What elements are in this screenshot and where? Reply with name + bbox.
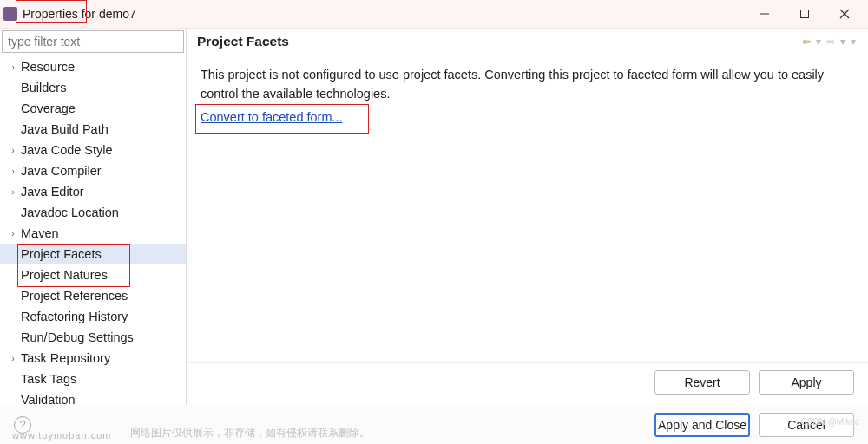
back-menu-icon[interactable]: ▾ [814, 36, 823, 48]
tree-item-label: Coverage [21, 101, 76, 115]
chevron-right-icon: › [7, 62, 19, 72]
window-controls [745, 0, 865, 28]
tree-item[interactable]: ›Maven [0, 223, 186, 244]
panel-buttons: Revert Apply [187, 362, 868, 405]
chevron-right-icon: › [7, 186, 19, 197]
tree-item[interactable]: ›Resource [0, 56, 186, 77]
apply-close-button[interactable]: Apply and Close [654, 413, 750, 437]
tree-item-label: Java Editor [21, 185, 84, 199]
tree-item-label: Project Natures [21, 268, 108, 282]
tree-item[interactable]: ›Java Build Path [0, 119, 186, 140]
page-title: Project Facets [197, 34, 289, 49]
tree-item-label: Project Facets [21, 247, 102, 261]
chevron-right-icon: › [7, 353, 19, 363]
tree-item-label: Java Compiler [21, 164, 102, 178]
close-button[interactable] [825, 0, 865, 28]
tree-item-label: Task Tags [21, 372, 76, 386]
sidebar: ›Resource›Builders›Coverage›Java Build P… [0, 29, 187, 405]
description-text: This project is not configured to use pr… [201, 66, 854, 104]
tree-item[interactable]: ›Project Natures [0, 264, 186, 285]
watermark-csdn: CSDN @Mikuc [801, 417, 859, 427]
tree-item[interactable]: ›Task Tags [0, 369, 186, 389]
titlebar: Properties for demo7 [0, 0, 868, 28]
main-content: This project is not configured to use pr… [187, 56, 868, 362]
tree-item-label: Javadoc Location [21, 206, 119, 219]
dropdown-icon[interactable]: ▾ [849, 36, 858, 48]
filter-input[interactable] [2, 30, 184, 53]
app-icon [3, 7, 17, 21]
tree-item-label: Task Repository [21, 351, 110, 365]
forward-menu-icon[interactable]: ▾ [838, 36, 847, 48]
tree-item[interactable]: ›Java Editor [0, 181, 186, 202]
main-header: Project Facets ⇦ ▾ ⇨ ▾ ▾ [187, 29, 868, 56]
minimize-button[interactable] [745, 0, 785, 28]
chevron-right-icon: › [7, 166, 19, 176]
tree-item[interactable]: ›Project References [0, 285, 186, 306]
dialog-body: ›Resource›Builders›Coverage›Java Build P… [0, 28, 868, 405]
chevron-right-icon: › [7, 228, 19, 238]
tree-item-label: Java Code Style [21, 143, 113, 157]
nav-history: ⇦ ▾ ⇨ ▾ ▾ [800, 36, 858, 48]
tree-item[interactable]: ›Coverage [0, 98, 186, 119]
tree-item[interactable]: ›Javadoc Location [0, 202, 186, 223]
main-panel: Project Facets ⇦ ▾ ⇨ ▾ ▾ This project is… [187, 29, 868, 405]
svg-rect-1 [801, 10, 809, 18]
tree-item-label: Refactoring History [21, 310, 128, 323]
tree-item-label: Validation [21, 393, 76, 405]
tree-item[interactable]: ›Java Compiler [0, 160, 186, 181]
apply-button[interactable]: Apply [759, 370, 854, 395]
annotation-highlight-link [195, 104, 369, 134]
category-tree[interactable]: ›Resource›Builders›Coverage›Java Build P… [0, 55, 186, 405]
tree-item[interactable]: ›Project Facets [0, 244, 186, 264]
chevron-right-icon: › [7, 145, 19, 155]
watermark-cn: 网络图片仅供展示，非存储，如有侵权请联系删除。 [130, 426, 370, 441]
tree-item-label: Project References [21, 289, 128, 303]
forward-icon[interactable]: ⇨ [825, 36, 837, 48]
tree-item[interactable]: ›Builders [0, 77, 186, 98]
revert-button[interactable]: Revert [654, 370, 750, 395]
tree-item-label: Builders [21, 81, 66, 95]
tree-item-label: Run/Debug Settings [21, 330, 134, 344]
tree-item-label: Maven [21, 226, 59, 240]
tree-item[interactable]: ›Validation [0, 389, 186, 405]
tree-item[interactable]: ›Java Code Style [0, 140, 186, 160]
tree-item[interactable]: ›Task Repository [0, 348, 186, 369]
window-title: Properties for demo7 [23, 7, 136, 21]
tree-item-label: Resource [21, 60, 75, 74]
back-icon[interactable]: ⇦ [800, 36, 812, 48]
maximize-button[interactable] [785, 0, 825, 28]
tree-item[interactable]: ›Run/Debug Settings [0, 327, 186, 348]
watermark-url: www.toymoban.com [12, 430, 111, 441]
tree-item-label: Java Build Path [21, 122, 108, 136]
tree-item[interactable]: ›Refactoring History [0, 306, 186, 327]
